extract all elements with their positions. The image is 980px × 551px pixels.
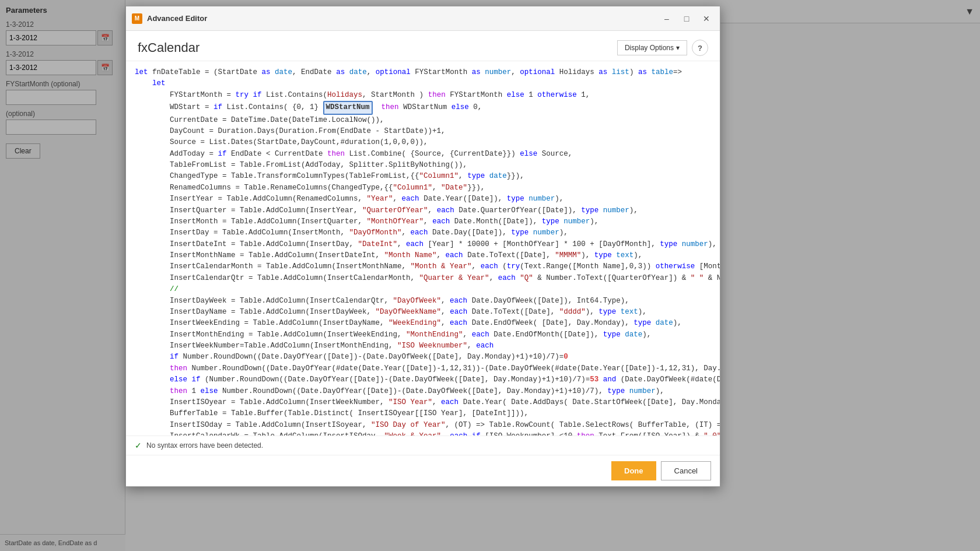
- dialog-app-icon: M: [132, 13, 142, 24]
- dialog-footer: Done Cancel: [126, 455, 720, 486]
- status-text: No syntax errors have been detected.: [146, 441, 263, 450]
- dialog-title: Advanced Editor: [147, 14, 654, 23]
- function-name: fxCalendar: [138, 40, 200, 55]
- status-check-icon: ✓: [135, 441, 142, 450]
- advanced-editor-dialog: M Advanced Editor – □ ✕ fxCalendar Displ…: [125, 6, 720, 487]
- display-options-button[interactable]: Display Options ▾: [617, 40, 687, 55]
- close-button[interactable]: ✕: [699, 11, 714, 26]
- cancel-button[interactable]: Cancel: [661, 461, 711, 480]
- dialog-header: fxCalendar Display Options ▾ ?: [126, 31, 720, 61]
- dropdown-arrow-icon: ▾: [676, 44, 680, 52]
- minimize-button[interactable]: –: [659, 11, 674, 26]
- help-button[interactable]: ?: [692, 40, 708, 56]
- maximize-button[interactable]: □: [679, 11, 694, 26]
- dialog-toolbar: Display Options ▾ ?: [617, 40, 708, 56]
- dialog-titlebar: M Advanced Editor – □ ✕: [126, 6, 720, 31]
- done-button[interactable]: Done: [611, 461, 656, 480]
- code-area[interactable]: let fnDateTable = (StartDate as date, En…: [126, 61, 720, 436]
- code-editor: let fnDateTable = (StartDate as date, En…: [126, 67, 720, 436]
- display-options-label: Display Options: [625, 44, 674, 52]
- dialog-statusbar: ✓ No syntax errors have been detected.: [126, 436, 720, 455]
